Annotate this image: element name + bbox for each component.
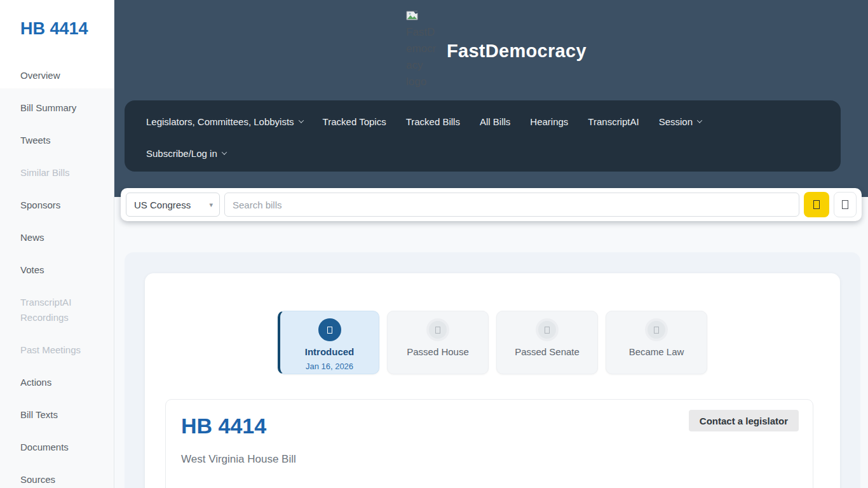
brand-title[interactable]: FastDemocracy (447, 41, 587, 62)
progress-step[interactable]: Passed House (387, 311, 489, 374)
search-bar: US Congress ▾ (121, 188, 862, 221)
search-icon (813, 200, 820, 209)
search-input[interactable] (224, 193, 799, 217)
progress-step-label: Passed House (388, 346, 488, 357)
nav-item-label: Tracked Topics (323, 116, 386, 127)
progress-step-label: Became Law (606, 346, 707, 357)
sidebar-item[interactable]: Bill Texts (20, 407, 98, 423)
sidebar-item[interactable]: Tweets (20, 133, 98, 148)
bill-subtitle: West Virginia House Bill (181, 453, 799, 466)
progress-step[interactable]: Introduced Jan 16, 2026 (278, 311, 379, 374)
nav-item[interactable]: All Bills (480, 116, 510, 127)
step-glyph-icon (654, 327, 659, 334)
progress-step[interactable]: Passed Senate (496, 311, 598, 374)
secondary-action-icon (842, 200, 848, 209)
sidebar-item[interactable]: Past Meetings (20, 342, 98, 358)
contact-legislator-button[interactable]: Contact a legislator (689, 410, 799, 431)
progress-step-icon (645, 318, 668, 341)
select-caret-icon: ▾ (209, 201, 213, 209)
main-area: FastDemocracy logo FastDemocracy Legisla… (114, 0, 868, 488)
sidebar-item[interactable]: Votes (20, 262, 98, 278)
sidebar-item[interactable]: Similar Bills (20, 165, 98, 180)
progress-step-icon (318, 318, 341, 341)
sidebar-item[interactable]: Overview (20, 68, 98, 83)
progress-step-date: Jan 16, 2026 (280, 362, 379, 371)
step-glyph-icon (545, 327, 550, 334)
nav-item-subscribe-login[interactable]: Subscribe/Log in (146, 148, 226, 159)
nav-item-label: Session (659, 116, 693, 127)
progress-step-icon (536, 318, 559, 341)
nav-item[interactable]: Legislators, Committees, Lobbyists (146, 116, 303, 127)
bill-progress-tracker: Introduced Jan 16, 2026 Passed House Pas… (145, 311, 840, 374)
progress-step[interactable]: Became Law (606, 311, 707, 374)
nav-item-label: Legislators, Committees, Lobbyists (146, 116, 294, 127)
nav-item[interactable]: Tracked Bills (406, 116, 460, 127)
step-glyph-icon (327, 327, 332, 334)
sidebar-bill-title: HB 4414 (20, 19, 114, 39)
sidebar-item[interactable]: Sources (20, 472, 98, 487)
sidebar-item[interactable]: Documents (20, 440, 98, 455)
content-panel: Introduced Jan 16, 2026 Passed House Pas… (125, 252, 860, 488)
sidebar-item[interactable]: News (20, 230, 98, 245)
sidebar: HB 4414 Overview Bill Summary Tweets Sim… (0, 0, 114, 488)
bill-info-card: HB 4414 Contact a legislator West Virgin… (165, 399, 813, 488)
nav-item-label: Subscribe/Log in (146, 148, 217, 159)
logo-alt-text: FastDemocracy logo (406, 26, 436, 88)
bill-overview-card: Introduced Jan 16, 2026 Passed House Pas… (145, 273, 840, 488)
nav-item-label: All Bills (480, 116, 510, 127)
nav-item-label: Hearings (530, 116, 568, 127)
nav-item[interactable]: Session (659, 116, 702, 127)
main-navbar: Legislators, Committees, Lobbyists Track… (125, 100, 841, 172)
header: FastDemocracy logo FastDemocracy Legisla… (114, 0, 868, 197)
broken-logo-image[interactable]: FastDemocracy logo (406, 8, 437, 90)
progress-step-icon (426, 318, 449, 341)
sidebar-item[interactable]: Bill Summary (20, 100, 98, 116)
nav-row-1: Legislators, Committees, Lobbyists Track… (146, 105, 841, 137)
step-glyph-icon (435, 327, 440, 334)
bill-header-row: HB 4414 Contact a legislator (181, 410, 799, 438)
chevron-down-icon (697, 118, 702, 123)
chevron-down-icon (298, 118, 303, 123)
nav-item-label: TranscriptAI (588, 116, 639, 127)
sidebar-item[interactable]: Sponsors (20, 198, 98, 213)
sidebar-item[interactable]: Actions (20, 375, 98, 390)
chevron-down-icon (222, 149, 227, 154)
progress-step-label: Passed Senate (497, 346, 597, 357)
broken-image-icon (406, 11, 418, 20)
nav-row-2: Subscribe/Log in (146, 137, 841, 169)
sidebar-item[interactable]: TranscriptAI Recordings (20, 295, 98, 325)
search-button[interactable] (804, 192, 829, 217)
jurisdiction-selected-value: US Congress (134, 200, 191, 210)
bill-number-title: HB 4414 (181, 414, 266, 438)
nav-item-label: Tracked Bills (406, 116, 460, 127)
secondary-search-action-button[interactable] (834, 192, 857, 217)
nav-item[interactable]: TranscriptAI (588, 116, 639, 127)
sidebar-nav: Overview Bill Summary Tweets Similar Bil… (20, 68, 114, 487)
nav-item[interactable]: Hearings (530, 116, 568, 127)
nav-item[interactable]: Tracked Topics (323, 116, 386, 127)
jurisdiction-select[interactable]: US Congress ▾ (126, 193, 220, 217)
progress-step-label: Introduced (280, 346, 379, 357)
